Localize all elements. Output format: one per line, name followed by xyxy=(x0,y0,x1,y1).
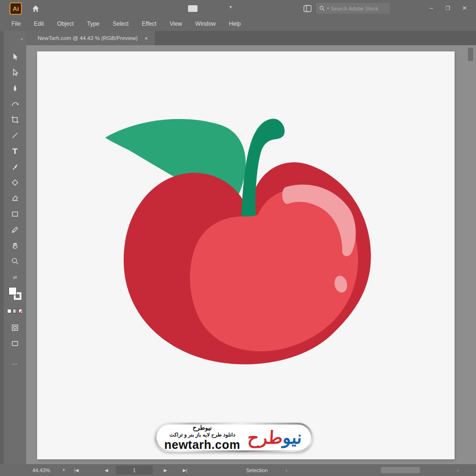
apple-artwork xyxy=(0,0,476,476)
watermark-site-url: newtarh.com xyxy=(164,438,240,451)
watermark-tagline-farsi: دانلود طرح لایه باز بنر و تراکت xyxy=(164,432,240,438)
newtarh-logo: نیوطرح xyxy=(242,429,307,446)
zoom-level-field[interactable]: 44.43% xyxy=(32,464,50,476)
horizontal-scrollbar-thumb[interactable] xyxy=(381,467,420,473)
newtarh-watermark-badge[interactable]: نیوطرح دانلود طرح لایه باز بنر و تراکت n… xyxy=(155,423,313,452)
next-artboard-icon[interactable]: ▶ xyxy=(164,464,167,476)
zoom-caret-icon[interactable]: ▾ xyxy=(63,464,65,476)
first-artboard-icon[interactable]: |◀ xyxy=(74,464,79,476)
watermark-text-block: نیوطرح دانلود طرح لایه باز بنر و تراکت n… xyxy=(164,424,240,451)
artboard-number-field[interactable]: 1 xyxy=(116,466,153,475)
previous-artboard-icon[interactable]: ◀ xyxy=(105,464,108,476)
logo-part-blue: نیو xyxy=(282,428,302,447)
watermark-brand-farsi: نیوطرح xyxy=(164,424,240,432)
watermark-inner: نیوطرح دانلود طرح لایه باز بنر و تراکت n… xyxy=(157,425,311,450)
last-artboard-icon[interactable]: ▶| xyxy=(183,464,187,476)
logo-part-red: طرح xyxy=(247,428,283,447)
status-tool-label: Selection xyxy=(246,464,268,476)
scroll-left-icon[interactable]: ‹ xyxy=(286,464,288,476)
scroll-right-icon[interactable]: › xyxy=(457,464,459,476)
vertical-scrollbar-thumb[interactable] xyxy=(468,48,473,61)
status-bar: 44.43% ▾ |◀ ◀ 1 ▶ ▶| Selection ‹ › xyxy=(0,464,476,476)
